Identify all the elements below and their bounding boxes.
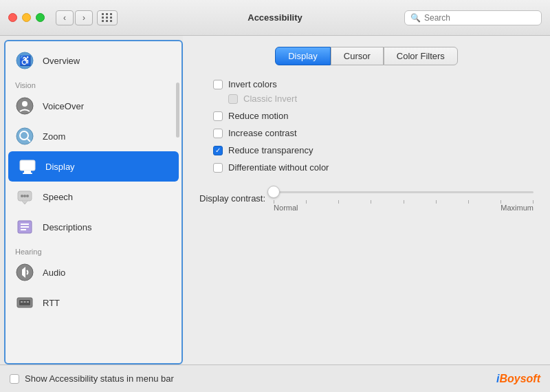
- sidebar-item-audio[interactable]: Audio: [6, 257, 182, 287]
- option-differentiate-without-color: Differentiate without color: [213, 162, 534, 173]
- slider-container: Normal Maximum: [274, 185, 534, 212]
- grid-icon: [102, 13, 113, 22]
- zoom-icon: [14, 125, 36, 147]
- traffic-lights: [8, 13, 45, 22]
- minimize-button[interactable]: [22, 13, 31, 22]
- reduce-motion-checkbox[interactable]: [213, 111, 223, 121]
- option-reduce-transparency: Reduce transparency: [213, 145, 534, 155]
- watermark: iBoysoft: [496, 373, 540, 385]
- sidebar-item-rtt[interactable]: RTT: [6, 287, 182, 318]
- option-reduce-motion: Reduce motion: [213, 111, 534, 121]
- reduce-transparency-label: Reduce transparency: [228, 145, 314, 155]
- classic-invert-label: Classic Invert: [243, 94, 297, 104]
- sidebar-item-descriptions[interactable]: Descriptions: [6, 212, 182, 242]
- sidebar-item-label: Audio: [43, 268, 65, 278]
- svg-point-12: [23, 195, 26, 197]
- svg-rect-23: [27, 301, 29, 303]
- sidebar-item-label: Speech: [43, 192, 73, 202]
- tab-bar: Display Cursor Color Filters: [199, 47, 534, 65]
- slider-line: [274, 191, 534, 193]
- sidebar-item-label: Overview: [43, 56, 80, 66]
- invert-colors-checkbox[interactable]: [213, 80, 223, 89]
- window-title: Accessibility: [248, 12, 302, 23]
- back-button[interactable]: ‹: [56, 10, 74, 25]
- invert-colors-label: Invert colors: [228, 79, 277, 89]
- sidebar-item-label: RTT: [43, 298, 60, 308]
- increase-contrast-checkbox[interactable]: [213, 129, 223, 138]
- sidebar-item-label: VoiceOver: [43, 101, 84, 111]
- titlebar: ‹ › Accessibility 🔍: [0, 0, 550, 36]
- sidebar-item-overview[interactable]: ♿ Overview: [6, 45, 182, 76]
- forward-button[interactable]: ›: [75, 10, 93, 25]
- menu-bar-status-label: Show Accessibility status in menu bar: [25, 373, 174, 384]
- bottom-bar: Show Accessibility status in menu bar iB…: [0, 364, 550, 392]
- slider-label: Display contrast:: [199, 193, 265, 204]
- tab-display[interactable]: Display: [275, 47, 331, 65]
- reduce-motion-label: Reduce motion: [228, 111, 288, 121]
- search-icon: 🔍: [410, 13, 421, 23]
- svg-rect-21: [21, 301, 23, 303]
- nav-buttons: ‹ ›: [56, 10, 93, 25]
- sidebar-item-zoom[interactable]: Zoom: [6, 121, 182, 151]
- svg-rect-9: [23, 173, 32, 174]
- voiceover-icon: [14, 95, 36, 117]
- svg-text:♿: ♿: [19, 55, 32, 67]
- content-area: Display Cursor Color Filters Invert colo…: [183, 36, 550, 392]
- svg-point-13: [26, 195, 29, 197]
- close-button[interactable]: [8, 13, 17, 22]
- sidebar-item-label: Zoom: [43, 131, 65, 142]
- slider-section: Display contrast:: [199, 185, 534, 212]
- search-box[interactable]: 🔍: [404, 10, 542, 25]
- svg-point-4: [16, 128, 33, 144]
- scroll-indicator[interactable]: [176, 83, 179, 138]
- speech-icon: [14, 186, 36, 208]
- overview-icon: ♿: [14, 50, 36, 72]
- option-classic-invert: Classic Invert: [228, 94, 534, 104]
- menu-bar-status-checkbox[interactable]: [10, 374, 19, 384]
- audio-icon: [14, 261, 36, 283]
- differentiate-without-color-label: Differentiate without color: [228, 162, 329, 173]
- tab-cursor[interactable]: Cursor: [331, 47, 384, 65]
- sidebar-item-speech[interactable]: Speech: [6, 182, 182, 212]
- maximize-button[interactable]: [36, 13, 45, 22]
- differentiate-without-color-checkbox[interactable]: [213, 163, 223, 173]
- option-increase-contrast: Increase contrast: [213, 128, 534, 138]
- grid-button[interactable]: [97, 10, 118, 25]
- sidebar-item-display[interactable]: Display: [8, 151, 179, 182]
- hearing-section-label: Hearing: [6, 242, 182, 257]
- search-input[interactable]: [424, 13, 536, 23]
- display-icon: [16, 155, 38, 177]
- sidebar: ♿ Overview Vision VoiceOver: [4, 40, 183, 364]
- slider-max-label: Maximum: [500, 204, 534, 212]
- slider-labels: Normal Maximum: [274, 204, 534, 212]
- svg-rect-7: [20, 160, 35, 171]
- reduce-transparency-checkbox[interactable]: [213, 146, 223, 155]
- slider-min-label: Normal: [274, 204, 298, 212]
- classic-invert-checkbox[interactable]: [228, 94, 238, 104]
- vision-section-label: Vision: [6, 76, 182, 91]
- slider-track[interactable]: [274, 185, 534, 199]
- sidebar-item-label: Descriptions: [43, 222, 92, 232]
- rtt-icon: [14, 292, 36, 314]
- svg-rect-8: [24, 171, 31, 173]
- svg-rect-22: [24, 301, 26, 303]
- options-section: Invert colors Classic Invert Reduce moti…: [213, 79, 534, 173]
- main-layout: ♿ Overview Vision VoiceOver: [0, 36, 550, 392]
- svg-point-3: [22, 101, 28, 107]
- increase-contrast-label: Increase contrast: [228, 128, 297, 138]
- sidebar-item-voiceover[interactable]: VoiceOver: [6, 91, 182, 121]
- slider-thumb[interactable]: [267, 186, 280, 198]
- sidebar-item-label: Display: [45, 162, 75, 172]
- svg-point-11: [21, 195, 23, 197]
- option-invert-colors: Invert colors: [213, 79, 534, 89]
- descriptions-icon: [14, 216, 36, 238]
- tab-color-filters[interactable]: Color Filters: [384, 47, 458, 65]
